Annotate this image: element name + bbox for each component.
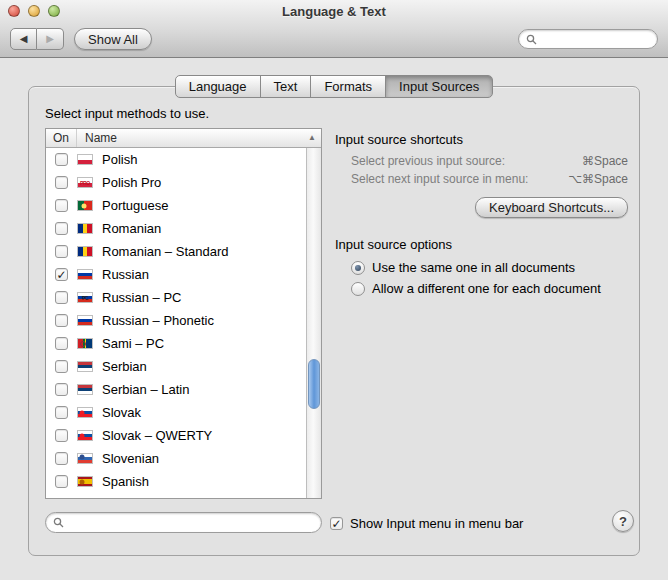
list-item[interactable]: PROPolish Pro <box>46 171 306 194</box>
polish-flag-icon <box>77 154 93 165</box>
list-item[interactable]: Polish <box>46 148 306 171</box>
forward-button[interactable]: ▶ <box>37 28 64 50</box>
russian-pc-flag-icon: PC <box>77 292 93 303</box>
list-item[interactable]: PCRussian – PC <box>46 286 306 309</box>
input-method-label: Russian – Phonetic <box>102 313 214 328</box>
show-input-menu-label: Show Input menu in menu bar <box>350 516 523 531</box>
list-item[interactable]: Serbian <box>46 355 306 378</box>
shortcut-label: Select previous input source: <box>351 154 505 172</box>
radio-option-0[interactable]: Use the same one in all documents <box>351 257 601 278</box>
input-method-label: Russian – PC <box>102 290 181 305</box>
input-method-label: Romanian – Standard <box>102 244 228 259</box>
list-search-input[interactable] <box>68 516 314 530</box>
nav-buttons: ◀ ▶ <box>10 28 64 50</box>
list-item[interactable] <box>46 493 306 498</box>
list-item[interactable]: Slovak – QWERTY <box>46 424 306 447</box>
input-method-label: Slovenian <box>102 451 159 466</box>
window-chrome: Language & Text ◀ ▶ Show All <box>0 0 668 58</box>
input-method-label: Serbian <box>102 359 147 374</box>
input-method-checkbox[interactable] <box>55 475 68 488</box>
shortcut-label: Select next input source in menu: <box>351 172 528 190</box>
list-item[interactable]: Slovak <box>46 401 306 424</box>
input-method-checkbox[interactable] <box>55 429 68 442</box>
romanian-flag-icon <box>77 223 93 234</box>
input-method-checkbox[interactable] <box>55 383 68 396</box>
toolbar-search-input[interactable] <box>541 32 650 46</box>
input-method-checkbox[interactable] <box>55 337 68 350</box>
tab-text[interactable]: Text <box>260 75 312 98</box>
list-scrollbar[interactable] <box>306 148 321 498</box>
list-item[interactable]: Serbian – Latin <box>46 378 306 401</box>
input-method-label: Romanian <box>102 221 161 236</box>
serbian-flag-icon <box>77 384 93 395</box>
radio-button[interactable] <box>351 261 365 275</box>
input-method-label: Polish Pro <box>102 175 161 190</box>
show-input-menu-checkbox[interactable]: ✓ <box>330 517 343 530</box>
portuguese-flag-icon <box>77 200 93 211</box>
list-item[interactable]: Spanish <box>46 470 306 493</box>
window-title: Language & Text <box>0 4 668 19</box>
input-method-checkbox[interactable] <box>55 199 68 212</box>
input-method-label: Polish <box>102 152 137 167</box>
input-method-checkbox[interactable] <box>55 406 68 419</box>
tab-input-sources[interactable]: Input Sources <box>385 75 493 98</box>
tab-language[interactable]: Language <box>175 75 261 98</box>
forward-icon: ▶ <box>46 33 54 44</box>
slovenian-flag-icon <box>77 453 93 464</box>
list-header[interactable]: On Name ▲ <box>46 129 321 148</box>
column-header-on[interactable]: On <box>46 129 77 147</box>
input-method-checkbox[interactable] <box>55 360 68 373</box>
input-method-checkbox[interactable] <box>55 314 68 327</box>
spanish-flag-icon <box>77 476 93 487</box>
input-method-checkbox[interactable] <box>55 153 68 166</box>
input-method-label: Spanish <box>102 474 149 489</box>
input-method-label: Slovak – QWERTY <box>102 428 212 443</box>
slovak-flag-icon <box>77 430 93 441</box>
shortcut-value: ⌥⌘Space <box>568 172 628 190</box>
input-method-checkbox[interactable] <box>55 291 68 304</box>
toolbar-search-field[interactable] <box>518 29 658 49</box>
list-item[interactable]: Russian – Phonetic <box>46 309 306 332</box>
romanian-flag-icon <box>77 246 93 257</box>
list-item[interactable]: Romanian – Standard <box>46 240 306 263</box>
back-icon: ◀ <box>20 33 28 44</box>
slovak-flag-icon <box>77 407 93 418</box>
tab-bar: LanguageTextFormatsInput Sources <box>0 75 668 98</box>
search-icon <box>53 517 64 528</box>
radio-label: Use the same one in all documents <box>372 260 575 275</box>
scrollbar-thumb[interactable] <box>308 359 320 409</box>
shortcut-value: ⌘Space <box>582 154 628 172</box>
column-header-name[interactable]: Name <box>77 131 321 145</box>
tab-formats[interactable]: Formats <box>310 75 386 98</box>
input-method-checkbox[interactable] <box>55 222 68 235</box>
help-button[interactable]: ? <box>612 510 634 532</box>
back-button[interactable]: ◀ <box>10 28 37 50</box>
radio-button[interactable] <box>351 282 365 296</box>
russian-flag-icon <box>77 269 93 280</box>
list-item[interactable]: ✓Russian <box>46 263 306 286</box>
radio-option-1[interactable]: Allow a different one for each document <box>351 278 601 299</box>
input-method-checkbox[interactable] <box>55 176 68 189</box>
input-method-checkbox[interactable] <box>55 452 68 465</box>
input-method-label: Slovak <box>102 405 141 420</box>
input-method-checkbox[interactable] <box>55 245 68 258</box>
instruction-label: Select input methods to use. <box>45 106 209 121</box>
list-item[interactable]: Romanian <box>46 217 306 240</box>
list-item[interactable]: Sami – PC <box>46 332 306 355</box>
preference-pane: LanguageTextFormatsInput Sources Select … <box>0 59 668 580</box>
sort-ascending-icon: ▲ <box>308 133 316 142</box>
language-and-text-window: Language & Text ◀ ▶ Show All LanguageTex… <box>0 0 668 580</box>
input-method-label: Sami – PC <box>102 336 164 351</box>
sami-flag-icon <box>77 338 93 349</box>
show-all-button[interactable]: Show All <box>74 28 152 50</box>
list-item[interactable]: Slovenian <box>46 447 306 470</box>
input-method-checkbox[interactable]: ✓ <box>55 268 68 281</box>
search-icon <box>526 34 537 45</box>
toolbar: ◀ ▶ Show All <box>0 22 668 58</box>
keyboard-shortcuts-button[interactable]: Keyboard Shortcuts... <box>475 197 628 218</box>
list-search-field[interactable] <box>45 512 322 533</box>
shortcut-rows: Select previous input source:⌘SpaceSelec… <box>351 154 628 190</box>
show-input-menu-row[interactable]: ✓ Show Input menu in menu bar <box>330 516 523 531</box>
list-item[interactable]: Portuguese <box>46 194 306 217</box>
input-methods-listbox: On Name ▲ PolishPROPolish ProPortugueseR… <box>45 128 322 499</box>
